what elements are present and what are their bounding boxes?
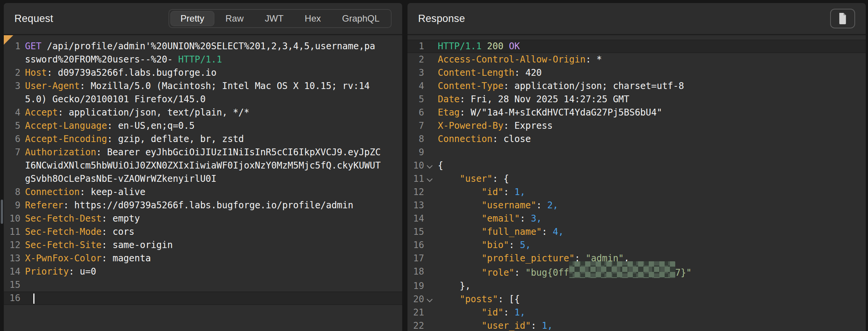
- fold-chevron-icon[interactable]: [424, 172, 435, 186]
- code-line[interactable]: 5Date: Fri, 28 Nov 2025 14:27:25 GMT: [407, 93, 866, 106]
- line-content: "role": "bug{0ff7}": [438, 265, 692, 279]
- code-line[interactable]: 22 "user_id": 1,: [407, 319, 866, 331]
- fold-spacer: [424, 265, 435, 279]
- line-number: 10: [4, 212, 20, 225]
- line-number: 5: [4, 119, 20, 133]
- line-content: Sec-Fetch-Dest: empty: [25, 212, 381, 225]
- line-number: 16: [4, 292, 20, 305]
- line-number: 7: [4, 146, 20, 186]
- line-number: 8: [4, 186, 20, 199]
- line-content: Sec-Fetch-Site: same-origin: [25, 239, 381, 252]
- line-number: 19: [407, 279, 424, 293]
- code-line[interactable]: 1HTTP/1.1 200 OK: [407, 40, 866, 53]
- code-line[interactable]: 21 "id": 1,: [407, 306, 866, 319]
- code-line[interactable]: 1GET /api/profile/admin'%20UNION%20SELEC…: [4, 40, 402, 66]
- line-number: 12: [4, 239, 20, 252]
- tab-hex[interactable]: Hex: [295, 11, 331, 26]
- code-line[interactable]: 20 "posts": [{: [407, 293, 866, 306]
- code-line[interactable]: 13X-PwnFox-Color: magenta: [4, 252, 402, 265]
- code-line[interactable]: 6Etag: W/"1a4-M+sIcKdHVCT4YdaG27Pj5BS6bU…: [407, 106, 866, 119]
- line-content: X-Powered-By: Express: [438, 119, 553, 133]
- line-content: X-PwnFox-Color: magenta: [25, 252, 381, 265]
- line-number: 7: [407, 119, 424, 133]
- code-line[interactable]: 12 "id": 1,: [407, 186, 866, 199]
- scrollbar-thumb[interactable]: [1, 200, 3, 224]
- code-line[interactable]: 14Priority: u=0: [4, 265, 402, 278]
- line-number: 4: [4, 106, 20, 119]
- code-line[interactable]: 6Accept-Encoding: gzip, deflate, br, zst…: [4, 133, 402, 146]
- line-content: {: [438, 159, 443, 172]
- code-line[interactable]: 9Referer: https://d09739a5266f.labs.bugf…: [4, 199, 402, 212]
- tab-pretty[interactable]: Pretty: [171, 11, 214, 26]
- code-line[interactable]: 13 "username": 2,: [407, 199, 866, 212]
- line-content: Etag: W/"1a4-M+sIcKdHVCT4YdaG27Pj5BS6bU4…: [438, 106, 662, 119]
- redacted-flag: [569, 265, 675, 276]
- line-content: GET /api/profile/admin'%20UNION%20SELECT…: [25, 40, 381, 66]
- fold-spacer: [424, 146, 435, 159]
- code-line[interactable]: 7Authorization: Bearer eyJhbGciOiJIUzI1N…: [4, 146, 402, 186]
- code-line[interactable]: 3User-Agent: Mozilla/5.0 (Macintosh; Int…: [4, 80, 402, 106]
- fold-spacer: [424, 239, 435, 252]
- code-line[interactable]: 4Content-Type: application/json; charset…: [407, 80, 866, 93]
- code-line[interactable]: 10Sec-Fetch-Dest: empty: [4, 212, 402, 225]
- fold-chevron-icon[interactable]: [424, 293, 435, 306]
- tab-raw[interactable]: Raw: [215, 11, 253, 26]
- line-number: 15: [4, 278, 20, 292]
- code-line[interactable]: 5Accept-Language: en-US,en;q=0.5: [4, 119, 402, 133]
- line-number: 17: [407, 252, 424, 265]
- line-content: "bio": 5,: [438, 239, 531, 252]
- line-number: 11: [4, 225, 20, 239]
- line-number: 3: [407, 66, 424, 80]
- line-content: "full_name": 4,: [438, 225, 564, 239]
- code-line[interactable]: 18 "role": "bug{0ff7}": [407, 265, 866, 279]
- line-content: Accept: application/json, text/plain, */…: [25, 106, 381, 119]
- text-caret: [33, 294, 34, 304]
- code-line[interactable]: 4Accept: application/json, text/plain, *…: [4, 106, 402, 119]
- request-panel-header: Request PrettyRawJWTHexGraphQL: [4, 3, 402, 35]
- response-panel-title: Response: [418, 13, 465, 25]
- line-content: Accept-Language: en-US,en;q=0.5: [25, 119, 381, 133]
- line-number: 22: [407, 319, 424, 331]
- request-panel: Request PrettyRawJWTHexGraphQL 1GET /api…: [4, 3, 402, 331]
- code-line[interactable]: 14 "email": 3,: [407, 212, 866, 225]
- fold-spacer: [424, 225, 435, 239]
- code-line[interactable]: 2Host: d09739a5266f.labs.bugforge.io: [4, 66, 402, 80]
- line-content: "user": {: [438, 172, 509, 186]
- code-line[interactable]: 15: [4, 278, 402, 292]
- code-line[interactable]: 11 "user": {: [407, 172, 866, 186]
- line-number: 15: [407, 225, 424, 239]
- code-line[interactable]: 12Sec-Fetch-Site: same-origin: [4, 239, 402, 252]
- code-line[interactable]: 11Sec-Fetch-Mode: cors: [4, 225, 402, 239]
- code-line[interactable]: 9: [407, 146, 866, 159]
- code-line[interactable]: 7X-Powered-By: Express: [407, 119, 866, 133]
- line-number: 8: [407, 133, 424, 146]
- tab-jwt[interactable]: JWT: [255, 11, 293, 26]
- code-line[interactable]: 8Connection: keep-alive: [4, 186, 402, 199]
- line-number: 14: [407, 212, 424, 225]
- code-line[interactable]: 16: [4, 292, 402, 305]
- code-line[interactable]: 15 "full_name": 4,: [407, 225, 866, 239]
- request-view-tabs: PrettyRawJWTHexGraphQL: [169, 9, 392, 28]
- code-line[interactable]: 16 "bio": 5,: [407, 239, 866, 252]
- code-line[interactable]: 3Content-Length: 420: [407, 66, 866, 80]
- tab-graphql[interactable]: GraphQL: [332, 11, 389, 26]
- line-number: 6: [407, 106, 424, 119]
- fold-spacer: [424, 40, 435, 53]
- code-line[interactable]: 10{: [407, 159, 866, 172]
- line-content: Connection: keep-alive: [25, 186, 381, 199]
- line-content: "posts": [{: [438, 293, 520, 306]
- fold-spacer: [424, 306, 435, 319]
- line-content: "username": 2,: [438, 199, 558, 212]
- line-number: 13: [407, 199, 424, 212]
- fold-chevron-icon[interactable]: [424, 159, 435, 172]
- code-line[interactable]: 8Connection: close: [407, 133, 866, 146]
- code-line[interactable]: 19 },: [407, 279, 866, 293]
- code-line[interactable]: 2Access-Control-Allow-Origin: *: [407, 53, 866, 66]
- fold-spacer: [424, 252, 435, 265]
- response-editor[interactable]: 1HTTP/1.1 200 OK2Access-Control-Allow-Or…: [407, 35, 866, 331]
- copy-response-button[interactable]: [830, 9, 855, 28]
- fold-spacer: [424, 279, 435, 293]
- fold-spacer: [424, 66, 435, 80]
- request-editor[interactable]: 1GET /api/profile/admin'%20UNION%20SELEC…: [4, 35, 402, 331]
- line-content: "id": 1,: [438, 306, 525, 319]
